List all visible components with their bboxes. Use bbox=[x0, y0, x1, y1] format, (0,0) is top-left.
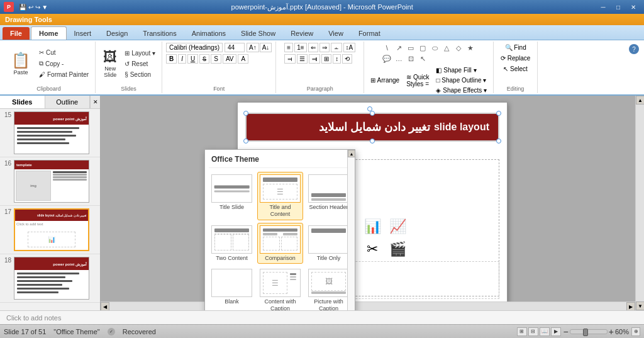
shadow-button[interactable]: S bbox=[211, 54, 221, 64]
select-button[interactable]: ↖ Select bbox=[501, 64, 530, 74]
handle-tr[interactable] bbox=[496, 111, 501, 116]
decrease-font-button[interactable]: A↓ bbox=[260, 43, 272, 52]
paste-button[interactable]: 📋 Paste bbox=[6, 50, 35, 77]
layout-item-title-slide[interactable]: Title Slide bbox=[209, 172, 255, 220]
scroll-up-button[interactable]: ▲ bbox=[348, 150, 355, 157]
layout-button[interactable]: ⊞ Layout ▾ bbox=[122, 48, 158, 58]
shape-callout[interactable]: 💬 bbox=[381, 54, 392, 64]
italic-button[interactable]: I bbox=[178, 54, 186, 64]
align-right-button[interactable]: ⫥ bbox=[309, 54, 320, 64]
bullets-button[interactable]: ≡ bbox=[284, 43, 293, 52]
shape-select[interactable]: ↖ bbox=[417, 54, 428, 64]
slide-item-16[interactable]: 16 template img bbox=[0, 157, 100, 206]
tab-slides[interactable]: Slides bbox=[0, 96, 45, 108]
shape-arrow[interactable]: ↗ bbox=[393, 43, 404, 53]
slideshow-button[interactable]: ▶ bbox=[551, 327, 561, 336]
handle-tm[interactable] bbox=[370, 111, 375, 116]
handle-tl[interactable] bbox=[243, 111, 248, 116]
shape-triangle[interactable]: △ bbox=[441, 43, 452, 53]
notes-bar[interactable]: Click to add notes bbox=[0, 310, 644, 324]
new-slide-button[interactable]: 🖼 NewSlide bbox=[99, 47, 121, 80]
text-direction-button[interactable]: ↕A bbox=[343, 43, 356, 52]
shape-outline-button[interactable]: □ Shape Outline ▾ bbox=[433, 76, 489, 85]
align-center-button[interactable]: ☰ bbox=[297, 54, 308, 64]
layout-item-content-caption[interactable]: ☰ Content with Caption bbox=[257, 266, 303, 310]
tab-view[interactable]: View bbox=[321, 27, 351, 40]
shape-diamond[interactable]: ◇ bbox=[453, 43, 464, 53]
shape-more[interactable]: … bbox=[393, 54, 404, 64]
layout-item-two-content[interactable]: Two Content bbox=[209, 223, 255, 264]
copy-button[interactable]: ⧉Copy - bbox=[36, 59, 91, 69]
vscroll-up[interactable]: ▲ bbox=[636, 96, 644, 104]
tab-insert[interactable]: Insert bbox=[67, 27, 99, 40]
slide-item-18[interactable]: 18 آموزش power point bbox=[0, 254, 100, 303]
increase-font-button[interactable]: A↑ bbox=[247, 43, 259, 52]
bold-button[interactable]: B bbox=[166, 54, 177, 64]
normal-view-button[interactable]: ⊞ bbox=[517, 327, 527, 336]
panel-close-button[interactable]: ✕ bbox=[90, 96, 100, 108]
handle-bm[interactable] bbox=[370, 138, 375, 144]
strikethrough-button[interactable]: S̶ bbox=[199, 54, 209, 64]
hscroll-right[interactable]: ▶ bbox=[626, 302, 635, 310]
tab-home[interactable]: Home bbox=[31, 26, 67, 40]
format-painter-button[interactable]: 🖌Format Painter bbox=[36, 70, 91, 79]
slide-title-box[interactable]: تغییر دادن شمایل اسلاید slide layout bbox=[245, 113, 499, 142]
tab-animations[interactable]: Animations bbox=[184, 27, 233, 40]
handle-br[interactable] bbox=[496, 138, 501, 144]
zoom-slider[interactable] bbox=[570, 329, 608, 334]
shape-rect[interactable]: ▭ bbox=[405, 43, 416, 53]
slide-item-15[interactable]: 15 آموزش power point bbox=[0, 109, 100, 157]
layout-item-title-content[interactable]: ☰ Title and Content bbox=[257, 172, 303, 220]
underline-button[interactable]: U bbox=[187, 54, 198, 64]
layout-item-blank[interactable]: Blank bbox=[209, 266, 255, 310]
reading-view-button[interactable]: 📖 bbox=[540, 327, 550, 336]
layout-item-comparison[interactable]: Comparison bbox=[257, 223, 303, 264]
arrange-button[interactable]: ⊞ Arrange bbox=[368, 65, 402, 95]
tab-review[interactable]: Review bbox=[283, 27, 321, 40]
fit-window-button[interactable]: ⊕ bbox=[631, 327, 640, 336]
find-button[interactable]: 🔍 Find bbox=[502, 43, 529, 52]
close-button[interactable]: ✕ bbox=[626, 2, 640, 12]
handle-bl[interactable] bbox=[243, 138, 248, 144]
vscroll-down[interactable]: ▼ bbox=[636, 301, 644, 310]
section-button[interactable]: §Section bbox=[122, 70, 158, 79]
content-clipart-icon[interactable]: ✂ bbox=[362, 239, 382, 259]
content-chart-icon[interactable]: 📊 bbox=[362, 217, 382, 237]
font-size-select[interactable]: 44 bbox=[225, 43, 245, 52]
shape-arrange[interactable]: ⊡ bbox=[405, 54, 416, 64]
minimize-button[interactable]: ─ bbox=[596, 2, 610, 12]
shape-effects-button[interactable]: ◈ Shape Effects ▾ bbox=[433, 86, 489, 95]
zoom-thumb[interactable] bbox=[583, 329, 588, 336]
justify-button[interactable]: ⊞ bbox=[321, 54, 331, 64]
align-left-button[interactable]: ⫤ bbox=[284, 54, 296, 64]
reset-button[interactable]: ↺Reset bbox=[122, 59, 158, 69]
tab-design[interactable]: Design bbox=[99, 27, 135, 40]
replace-button[interactable]: ⟳ Replace bbox=[498, 54, 533, 63]
shape-fill-button[interactable]: ◧ Shape Fill ▾ bbox=[433, 65, 489, 75]
columns-button[interactable]: ⫠ bbox=[331, 43, 342, 52]
char-spacing-button[interactable]: AV bbox=[223, 54, 237, 64]
slide-item-17[interactable]: 17 تغییر دادن شمایل اسلاید slide layout … bbox=[0, 206, 100, 254]
layout-item-title-only[interactable]: Title Only bbox=[306, 223, 352, 264]
content-media-icon[interactable]: 🎬 bbox=[387, 239, 408, 259]
numbering-button[interactable]: 1≡ bbox=[294, 43, 306, 52]
layout-item-section-header[interactable]: Section Header bbox=[306, 172, 352, 220]
content-smartart-icon[interactable]: 📈 bbox=[387, 217, 408, 237]
slide-sorter-button[interactable]: ⊟ bbox=[528, 327, 538, 336]
layout-item-picture-caption[interactable]: 🖼 Picture with Caption bbox=[306, 266, 352, 310]
tab-format[interactable]: Format bbox=[351, 27, 388, 40]
tab-outline[interactable]: Outline bbox=[45, 96, 91, 108]
zoom-out-button[interactable]: − bbox=[564, 327, 569, 337]
shape-line[interactable]: \ bbox=[381, 43, 392, 53]
tab-slideshow[interactable]: Slide Show bbox=[233, 27, 283, 40]
hscroll-left[interactable]: ◀ bbox=[101, 302, 109, 310]
line-spacing-button[interactable]: ↕ bbox=[333, 54, 341, 64]
font-family-select[interactable]: Calibri (Headings) bbox=[166, 43, 223, 52]
shape-star[interactable]: ★ bbox=[465, 43, 476, 53]
shape-rrect[interactable]: ▢ bbox=[417, 43, 428, 53]
help-button[interactable]: ? bbox=[629, 44, 639, 54]
smartart-button[interactable]: ⟲ bbox=[342, 54, 352, 64]
tab-file[interactable]: File bbox=[3, 27, 30, 40]
decrease-indent-button[interactable]: ⇐ bbox=[308, 43, 318, 52]
tab-transitions[interactable]: Transitions bbox=[135, 27, 184, 40]
